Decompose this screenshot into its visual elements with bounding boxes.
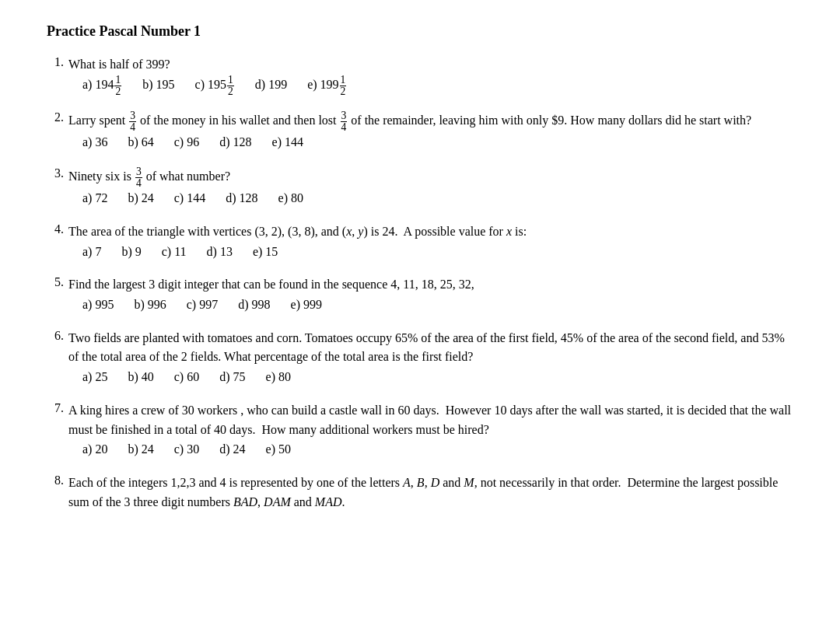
question-7-text-row: 7. A king hires a crew of 30 workers , w…: [47, 401, 793, 440]
answer-5d: d) 998: [238, 295, 270, 315]
answer-6c: c) 60: [174, 367, 199, 387]
answer-5b: b) 996: [134, 295, 166, 315]
question-3-number: 3.: [47, 166, 68, 180]
answer-2e: e) 144: [272, 132, 303, 152]
question-3-text-row: 3. Ninety six is 34 of what number?: [47, 166, 793, 188]
answer-7c: c) 30: [174, 439, 199, 460]
question-8-text-row: 8. Each of the integers 1,2,3 and 4 is r…: [47, 473, 793, 512]
question-2-text-row: 2. Larry spent 34 of the money in his wa…: [47, 110, 793, 132]
question-8-number: 8.: [47, 473, 68, 487]
answer-7e: e) 50: [266, 439, 291, 460]
answer-5a: a) 995: [82, 295, 114, 315]
question-2: 2. Larry spent 34 of the money in his wa…: [47, 110, 793, 152]
answer-4d: d) 13: [207, 242, 233, 262]
question-2-number: 2.: [47, 110, 68, 124]
answer-2c: c) 96: [174, 132, 199, 152]
answer-7a: a) 20: [82, 439, 107, 460]
answer-6a: a) 25: [82, 367, 107, 387]
answer-3c: c) 144: [174, 188, 205, 208]
question-5-answers: a) 995 b) 996 c) 997 d) 998 e) 999: [82, 295, 793, 315]
question-6-number: 6.: [47, 329, 68, 343]
question-6-answers: a) 25 b) 40 c) 60 d) 75 e) 80: [82, 367, 793, 387]
question-1-answers: a) 19412 b) 195 c) 19512 d) 199 e) 19912: [82, 75, 793, 96]
answer-3a: a) 72: [82, 188, 107, 208]
page-container: Practice Pascal Number 1 1. What is half…: [47, 23, 793, 512]
answer-5e: e) 999: [291, 295, 322, 315]
question-6-text-row: 6. Two fields are planted with tomatoes …: [47, 329, 793, 368]
question-1-text-row: 1. What is half of 399?: [47, 55, 793, 75]
question-1-number: 1.: [47, 55, 68, 69]
answer-3e: e) 80: [278, 188, 303, 208]
answer-1e: e) 19912: [307, 75, 347, 96]
page-title: Practice Pascal Number 1: [47, 23, 793, 40]
question-6-text: Two fields are planted with tomatoes and…: [68, 329, 793, 368]
answer-6e: e) 80: [266, 367, 291, 387]
answer-4c: c) 11: [162, 242, 187, 262]
question-6: 6. Two fields are planted with tomatoes …: [47, 329, 793, 387]
answer-2d: d) 128: [219, 132, 251, 152]
question-4: 4. The area of the triangle with vertice…: [47, 222, 793, 261]
answer-1c: c) 19512: [195, 75, 235, 96]
answer-4e: e) 15: [253, 242, 278, 262]
question-1: 1. What is half of 399? a) 19412 b) 195 …: [47, 55, 793, 96]
answer-6b: b) 40: [128, 367, 153, 387]
answer-1a: a) 19412: [82, 75, 122, 96]
question-5: 5. Find the largest 3 digit integer that…: [47, 275, 793, 314]
question-7: 7. A king hires a crew of 30 workers , w…: [47, 401, 793, 460]
question-2-answers: a) 36 b) 64 c) 96 d) 128 e) 144: [82, 132, 793, 152]
question-8-text: Each of the integers 1,2,3 and 4 is repr…: [68, 473, 793, 512]
question-4-text-row: 4. The area of the triangle with vertice…: [47, 222, 793, 242]
question-3-answers: a) 72 b) 24 c) 144 d) 128 e) 80: [82, 188, 793, 208]
answer-7b: b) 24: [128, 439, 153, 460]
answer-1b: b) 195: [142, 75, 174, 95]
question-7-answers: a) 20 b) 24 c) 30 d) 24 e) 50: [82, 439, 793, 460]
answer-2b: b) 64: [128, 132, 153, 152]
question-4-text: The area of the triangle with vertices (…: [68, 222, 793, 242]
question-8: 8. Each of the integers 1,2,3 and 4 is r…: [47, 473, 793, 512]
question-5-number: 5.: [47, 275, 68, 289]
question-5-text-row: 5. Find the largest 3 digit integer that…: [47, 275, 793, 295]
question-5-text: Find the largest 3 digit integer that ca…: [68, 275, 793, 295]
answer-2a: a) 36: [82, 132, 107, 152]
question-4-number: 4.: [47, 222, 68, 236]
question-3: 3. Ninety six is 34 of what number? a) 7…: [47, 166, 793, 208]
question-7-number: 7.: [47, 401, 68, 415]
question-2-text: Larry spent 34 of the money in his walle…: [68, 110, 793, 132]
question-4-answers: a) 7 b) 9 c) 11 d) 13 e) 15: [82, 242, 793, 262]
answer-7d: d) 24: [219, 439, 245, 460]
answer-4b: b) 9: [121, 242, 141, 262]
answer-6d: d) 75: [219, 367, 245, 387]
answer-3d: d) 128: [226, 188, 257, 208]
answer-1d: d) 199: [255, 75, 287, 95]
question-3-text: Ninety six is 34 of what number?: [68, 166, 793, 188]
question-1-text: What is half of 399?: [68, 55, 793, 75]
answer-5c: c) 997: [187, 295, 218, 315]
answer-4a: a) 7: [82, 242, 101, 262]
answer-3b: b) 24: [128, 188, 153, 208]
question-7-text: A king hires a crew of 30 workers , who …: [68, 401, 793, 440]
